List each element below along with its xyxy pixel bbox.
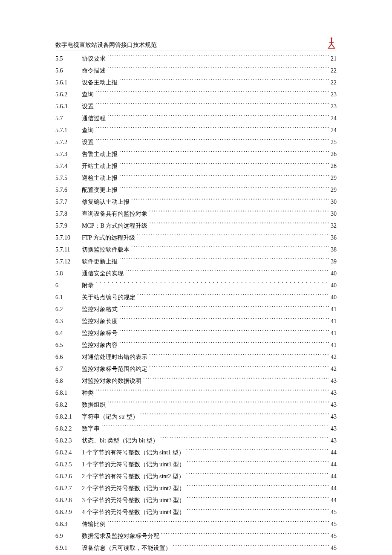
toc-entry[interactable]: 6.6对通信处理时出错的表示42 — [55, 351, 337, 363]
toc-leader-dots — [107, 55, 329, 61]
toc-section-number: 5.7.12 — [55, 256, 82, 268]
toc-entry[interactable]: 5.7通信过程24 — [55, 113, 337, 124]
page-header: 数字电视直放站设备网管接口技术规范 — [55, 36, 337, 50]
toc-section-title: 对监控对象的数据说明 — [82, 375, 141, 387]
toc-leader-dots — [107, 520, 329, 526]
toc-section-title: 协议要求 — [82, 53, 106, 65]
toc-section-title: 监控对象标号 — [82, 327, 118, 339]
toc-entry[interactable]: 5.7.4开站主动上报28 — [55, 160, 337, 172]
toc-entry[interactable]: 5.7.6配置变更上报29 — [55, 184, 337, 196]
toc-entry[interactable]: 5.7.9MCP：B 方式的远程升级32 — [55, 220, 337, 232]
toc-section-number: 5.6.1 — [55, 77, 82, 89]
toc-section-title: 数据组织 — [82, 399, 106, 411]
toc-section-title: 监控对象长度 — [82, 315, 118, 327]
toc-leader-dots — [160, 436, 329, 442]
toc-entry[interactable]: 5.7.10FTP 方式的远程升级36 — [55, 232, 337, 244]
svg-point-0 — [331, 38, 332, 39]
toc-entry[interactable]: 6.7监控对象标号范围的约定42 — [55, 363, 337, 375]
toc-section-number: 6.8 — [55, 375, 82, 387]
toc-entry[interactable]: 5.8通信安全的实现40 — [55, 268, 337, 280]
toc-entry[interactable]: 6附录40 — [55, 280, 337, 292]
toc-section-title: 监控对象内容 — [82, 339, 118, 351]
toc-entry[interactable]: 6.8.1种类43 — [55, 387, 337, 399]
toc-entry[interactable]: 5.6命令描述22 — [55, 65, 337, 77]
toc-section-title: 2 个字节的有符号整数（记为 sint2 型） — [82, 471, 184, 483]
toc-section-number: 6.5 — [55, 339, 82, 351]
toc-page-number: 36 — [331, 232, 337, 244]
toc-section-title: 数据需求及监控对象标号分配 — [82, 530, 159, 542]
toc-leader-dots — [149, 210, 329, 216]
toc-section-number: 5.7.5 — [55, 172, 82, 184]
toc-leader-dots — [95, 126, 329, 132]
toc-leader-dots — [125, 269, 329, 275]
toc-entry[interactable]: 6.8.2.2数字串43 — [55, 423, 337, 435]
toc-section-title: 开站主动上报 — [82, 160, 118, 172]
toc-section-title: 数字串 — [82, 423, 100, 435]
toc-page-number: 43 — [331, 399, 337, 411]
toc-page-number: 43 — [331, 411, 337, 423]
toc-entry[interactable]: 5.7.3告警主动上报26 — [55, 148, 337, 160]
toc-entry[interactable]: 5.6.3设置23 — [55, 101, 337, 113]
toc-entry[interactable]: 6.8.2.1字符串（记为 str 型）43 — [55, 411, 337, 423]
toc-entry[interactable]: 5.7.11切换监控软件版本38 — [55, 244, 337, 256]
toc-leader-dots — [131, 246, 329, 251]
toc-entry[interactable]: 6.2监控对象格式41 — [55, 304, 337, 315]
toc-page-number: 44 — [331, 483, 337, 494]
toc-section-title: 2 个字节的无符号整数（记为 uint2 型） — [82, 483, 185, 494]
toc-entry[interactable]: 5.5协议要求21 — [55, 53, 337, 65]
toc-entry[interactable]: 6.5监控对象内容41 — [55, 339, 337, 351]
toc-section-title: 状态、bit 类型（记为 bit 型） — [82, 435, 159, 447]
toc-entry[interactable]: 5.7.2设置25 — [55, 136, 337, 148]
toc-entry[interactable]: 6.8对监控对象的数据说明43 — [55, 375, 337, 387]
table-of-contents: 5.5协议要求215.6命令描述225.6.1设备主动上报225.6.2查询23… — [55, 53, 337, 555]
toc-page-number: 21 — [331, 53, 337, 65]
toc-entry[interactable]: 6.9数据需求及监控对象标号分配45 — [55, 530, 337, 542]
toc-section-title: 通信安全的实现 — [82, 268, 124, 280]
toc-section-number: 5.7.8 — [55, 208, 82, 220]
toc-page-number: 45 — [331, 542, 337, 554]
toc-entry[interactable]: 5.7.7修复确认主动上报30 — [55, 196, 337, 208]
toc-section-number: 6.8.2.3 — [55, 435, 82, 447]
toc-entry[interactable]: 6.8.2.94 个字节的无符号整数（记为 uint4 型）45 — [55, 506, 337, 518]
toc-leader-dots — [119, 186, 329, 192]
toc-section-title: MCP：B 方式的远程升级 — [82, 220, 147, 232]
toc-section-number: 6.8.2.2 — [55, 423, 82, 435]
toc-entry[interactable]: 6.8.2.83 个字节的无符号整数（记为 uint3 型）44 — [55, 494, 337, 506]
toc-leader-dots — [186, 448, 329, 454]
toc-section-title: 修复确认主动上报 — [82, 196, 130, 208]
toc-section-title: 查询设备具有的监控对象 — [82, 208, 147, 220]
toc-page-number: 22 — [331, 77, 337, 89]
toc-entry[interactable]: 5.7.1查询24 — [55, 124, 337, 136]
toc-entry[interactable]: 6.4监控对象标号41 — [55, 327, 337, 339]
toc-entry[interactable]: 6.8.2数据组织43 — [55, 399, 337, 411]
toc-entry[interactable]: 6.8.2.3状态、bit 类型（记为 bit 型）43 — [55, 435, 337, 447]
toc-entry[interactable]: 6.3监控对象长度41 — [55, 315, 337, 327]
toc-page-number: 45 — [331, 518, 337, 530]
toc-section-number: 6.9.1 — [55, 542, 82, 554]
toc-leader-dots — [173, 544, 329, 550]
toc-entry[interactable]: 6.8.2.72 个字节的无符号整数（记为 uint2 型）44 — [55, 483, 337, 494]
toc-section-title: 设备信息（只可读取，不能设置） — [82, 542, 171, 554]
toc-page-number: 30 — [331, 196, 337, 208]
toc-section-number: 6.8.2.9 — [55, 506, 82, 518]
toc-entry[interactable]: 5.7.5巡检主动上报29 — [55, 172, 337, 184]
toc-page-number: 44 — [331, 459, 337, 471]
toc-entry[interactable]: 6.8.3传输比例45 — [55, 518, 337, 530]
toc-section-title: 设置 — [82, 101, 94, 113]
toc-entry[interactable]: 5.7.12软件更新上报39 — [55, 256, 337, 268]
toc-entry[interactable]: 6.8.2.41 个字节的有符号整数（记为 sint1 型）44 — [55, 447, 337, 459]
toc-section-title: 种类 — [82, 387, 94, 399]
toc-entry[interactable]: 5.6.2查询23 — [55, 89, 337, 101]
toc-section-number: 6.3 — [55, 315, 82, 327]
toc-entry[interactable]: 6.8.2.51 个字节的无符号整数（记为 uint1 型）44 — [55, 459, 337, 471]
toc-leader-dots — [187, 508, 329, 514]
toc-section-number: 5.7.11 — [55, 244, 82, 256]
toc-entry[interactable]: 5.6.1设备主动上报22 — [55, 77, 337, 89]
toc-leader-dots — [161, 532, 329, 538]
toc-entry[interactable]: 6.8.2.62 个字节的有符号整数（记为 sint2 型）44 — [55, 471, 337, 483]
toc-section-title: 设置 — [82, 136, 94, 148]
toc-entry[interactable]: 6.9.1设备信息（只可读取，不能设置）45 — [55, 542, 337, 554]
toc-leader-dots — [119, 329, 329, 335]
toc-entry[interactable]: 5.7.8查询设备具有的监控对象30 — [55, 208, 337, 220]
toc-entry[interactable]: 6.1关于站点编号的规定40 — [55, 292, 337, 304]
